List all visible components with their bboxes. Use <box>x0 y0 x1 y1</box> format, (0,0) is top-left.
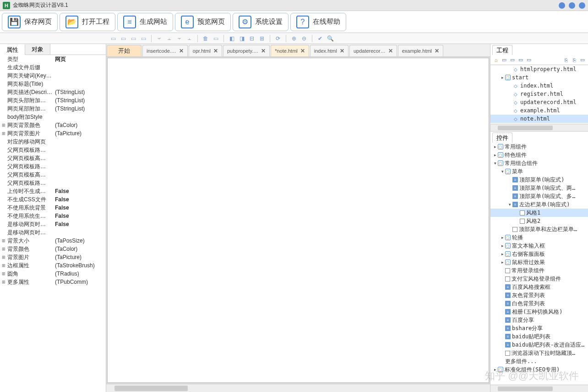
expand-icon[interactable]: ⊞ <box>1 131 6 136</box>
tree-item[interactable]: ◇note.html <box>490 115 588 123</box>
align-right-icon[interactable]: ⫠ <box>165 35 174 42</box>
property-value[interactable]: (TStringList) <box>54 89 105 95</box>
tree-item[interactable]: ▸▢start <box>490 73 588 82</box>
tree-item[interactable]: ≡baidu贴吧列表-改进自适应… <box>490 341 588 349</box>
tree-item[interactable]: 更多组件... <box>490 357 588 365</box>
tool-icon[interactable]: ✔ <box>316 35 324 42</box>
close-icon[interactable]: ✕ <box>340 48 344 54</box>
property-row[interactable]: 上传时不生成…False <box>0 187 106 195</box>
close-icon[interactable]: ✕ <box>300 48 305 54</box>
tree-item[interactable]: ≡百度风格搜索框 <box>490 283 588 291</box>
tab-properties[interactable]: 属性 <box>0 44 25 55</box>
property-row[interactable]: 网页关键词(Key… <box>0 72 106 80</box>
expand-icon[interactable]: ⊞ <box>1 247 6 251</box>
tree-item[interactable]: 顶部菜单和左边栏菜单… <box>490 225 588 233</box>
tree-item[interactable]: ◇index.html <box>490 82 588 90</box>
tree-item[interactable]: ▾▢常用组合组件 <box>490 159 588 167</box>
expand-icon[interactable]: ▸ <box>500 252 505 256</box>
tree-item[interactable]: ≡顶部菜单(响应式) <box>490 176 588 184</box>
property-row[interactable]: ⊞网页背景颜色(TaColor) <box>0 121 106 129</box>
toolbar-button-3[interactable]: e预览网页 <box>175 13 231 31</box>
expand-icon[interactable]: ⊞ <box>1 271 6 276</box>
property-value[interactable]: (TaColor) <box>54 122 105 128</box>
tree-item[interactable]: ≡baidu贴吧列表 <box>490 332 588 341</box>
expand-icon[interactable]: ▾ <box>500 169 505 174</box>
copy-icon[interactable]: ⎘ <box>562 56 570 64</box>
file-tab[interactable]: example.html✕ <box>398 45 443 56</box>
property-row[interactable]: 对应的移动网页 <box>0 138 106 146</box>
property-value[interactable]: (TPubComm) <box>54 279 105 285</box>
tree-item[interactable]: ▾▢菜单 <box>490 167 588 176</box>
property-row[interactable]: 网页描述(Descri…(TStringList) <box>0 88 106 96</box>
property-value[interactable]: False <box>54 213 105 219</box>
close-icon[interactable]: ✕ <box>388 48 393 54</box>
property-row[interactable]: 不生成CSS文件False <box>0 195 106 204</box>
expand-icon[interactable]: ▸ <box>492 367 498 372</box>
expand-icon[interactable]: ⊞ <box>1 123 6 127</box>
tree-item[interactable]: 常用登录组件 <box>490 266 588 275</box>
property-row[interactable]: ⊞背景图片(TaPicture) <box>0 253 106 261</box>
property-value[interactable]: (TRadius) <box>54 271 105 277</box>
close-icon[interactable]: ✕ <box>261 48 266 54</box>
close-icon[interactable]: ✕ <box>435 48 439 54</box>
tab-objects[interactable]: 对象 <box>25 44 50 55</box>
close-icon[interactable]: ✕ <box>213 48 218 54</box>
tree-item[interactable]: ◇example.html <box>490 106 588 115</box>
horizontal-scrollbar[interactable] <box>106 384 490 392</box>
search-icon[interactable]: 🔍 <box>326 35 334 42</box>
tree-item[interactable]: ≡相册(五种切换风格) <box>490 308 588 316</box>
page-icon[interactable]: ▭ <box>517 56 524 64</box>
tool-icon[interactable]: ⊖ <box>300 35 308 42</box>
toolbar-button-0[interactable]: 💾保存网页 <box>2 13 58 31</box>
property-row[interactable]: ⊞圆角(TRadius) <box>0 270 106 278</box>
start-tab[interactable]: 开始 <box>107 45 142 56</box>
align-bottom-icon[interactable]: ⫠ <box>185 35 194 42</box>
tool-icon[interactable]: ⟳ <box>274 35 282 42</box>
property-row[interactable]: 类型网页 <box>0 55 106 63</box>
file-tab[interactable]: pubpropety.…✕ <box>223 45 270 56</box>
tool-icon[interactable]: ▭ <box>212 35 220 42</box>
tree-item[interactable]: ≡顶部菜单(响应式、两… <box>490 184 588 192</box>
tree-item[interactable]: ◇htmlproperty.html <box>490 65 588 73</box>
new-page-icon[interactable]: ▭ <box>501 56 508 64</box>
tree-item[interactable]: ▸▢富文本输入框 <box>490 242 588 250</box>
tree-item[interactable]: ▸▢右侧客服面板 <box>490 250 588 258</box>
toolbar-button-4[interactable]: ⚙系统设置 <box>233 13 289 31</box>
expand-icon[interactable]: ▸ <box>500 235 505 240</box>
property-value[interactable]: False <box>54 221 105 227</box>
tree-item[interactable]: ◇register.html <box>490 90 588 98</box>
file-tab[interactable]: *note.html✕ <box>271 45 309 56</box>
tree-item[interactable]: 支付宝风格登录组件 <box>490 275 588 283</box>
toolbar-button-2[interactable]: ≡生成网站 <box>117 13 173 31</box>
property-value[interactable]: (TaPicture) <box>54 130 105 137</box>
page-icon[interactable]: ▭ <box>525 56 533 64</box>
controls-panel-title[interactable]: 控件 <box>492 133 512 143</box>
property-value[interactable]: False <box>54 196 105 203</box>
property-row[interactable]: 父网页模板高… <box>0 171 106 179</box>
scrollbar[interactable] <box>490 385 588 392</box>
expand-icon[interactable]: ▸ <box>500 75 505 80</box>
file-tab[interactable]: insertcode.…✕ <box>142 45 188 56</box>
property-row[interactable]: 父网页模板路… <box>0 162 106 171</box>
file-tab[interactable]: opr.html✕ <box>189 45 222 56</box>
property-value[interactable]: (TaColor) <box>54 246 105 252</box>
tree-item[interactable]: ▸▢常用组件 <box>490 143 588 151</box>
tree-item[interactable]: ≡顶部菜单(响应式、多… <box>490 192 588 200</box>
property-value[interactable]: False <box>54 188 105 194</box>
tree-item[interactable]: ▾≡左边栏菜单(响应式) <box>490 200 588 209</box>
tree-item[interactable]: 风格1 <box>490 209 588 217</box>
tree-item[interactable]: ≡bshare分享 <box>490 324 588 332</box>
tree-item[interactable]: ≡灰色背景列表 <box>490 291 588 299</box>
tree-item[interactable]: ▸▢特色组件 <box>490 151 588 159</box>
folder-icon[interactable]: ▭ <box>579 56 586 64</box>
property-value[interactable]: (TStringList) <box>54 97 105 104</box>
tool-icon[interactable]: ⊕ <box>290 35 298 42</box>
property-row[interactable]: body附加Style <box>0 113 106 121</box>
align-top-icon[interactable]: ⫟ <box>175 35 184 42</box>
expand-icon[interactable]: ▸ <box>500 243 505 248</box>
property-row[interactable]: ⊞背景颜色(TaColor) <box>0 245 106 253</box>
delete-icon[interactable]: 🗑 <box>201 35 210 42</box>
home-icon[interactable]: ⌂ <box>492 56 500 64</box>
property-value[interactable]: (TStringList) <box>54 105 105 112</box>
property-row[interactable]: ⊞边框属性(TaStrokeBrush) <box>0 261 106 270</box>
